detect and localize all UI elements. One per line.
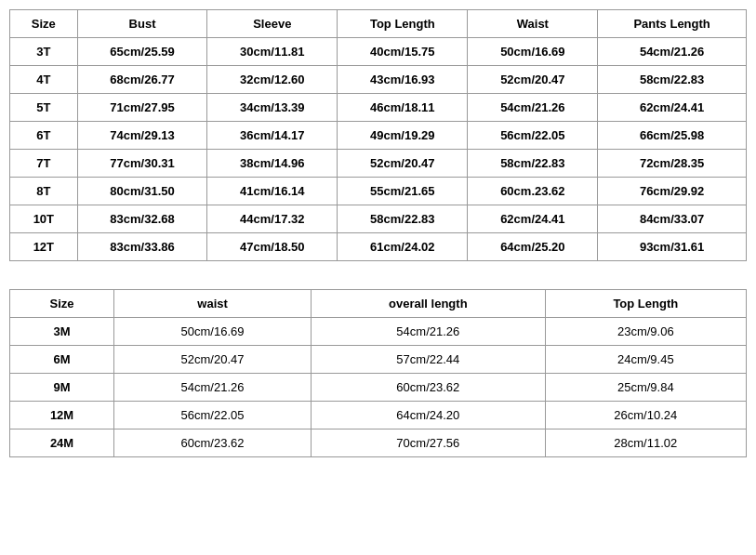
data-cell: 32cm/12.60 <box>207 66 338 94</box>
data-cell: 41cm/16.14 <box>207 178 338 205</box>
size-cell: 24M <box>10 429 114 457</box>
table-row: 7T77cm/30.3138cm/14.9652cm/20.4758cm/22.… <box>10 150 747 178</box>
size-cell: 8T <box>10 178 78 205</box>
data-cell: 36cm/14.17 <box>207 122 338 150</box>
data-cell: 56cm/22.05 <box>114 402 312 429</box>
data-cell: 93cm/31.61 <box>598 233 747 261</box>
data-cell: 54cm/21.26 <box>312 318 546 346</box>
data-cell: 80cm/31.50 <box>77 178 207 205</box>
size-cell: 12T <box>10 233 78 261</box>
data-cell: 58cm/22.83 <box>468 150 598 178</box>
size-table-2: Sizewaistoverall lengthTop Length 3M50cm… <box>9 289 747 457</box>
data-cell: 76cm/29.92 <box>598 178 747 205</box>
table1-header-row: SizeBustSleeveTop LengthWaistPants Lengt… <box>10 10 747 38</box>
table-row: 3T65cm/25.5930cm/11.8140cm/15.7550cm/16.… <box>10 38 747 66</box>
data-cell: 30cm/11.81 <box>207 38 338 66</box>
size-cell: 3M <box>10 318 114 346</box>
table-row: 10T83cm/32.6844cm/17.3258cm/22.8362cm/24… <box>10 205 747 233</box>
data-cell: 66cm/25.98 <box>598 122 747 150</box>
data-cell: 84cm/33.07 <box>598 205 747 233</box>
table-row: 6M52cm/20.4757cm/22.4424cm/9.45 <box>10 346 747 374</box>
table-row: 8T80cm/31.5041cm/16.1455cm/21.6560cm.23.… <box>10 178 747 205</box>
table-row: 12M56cm/22.0564cm/24.2026cm/10.24 <box>10 402 747 429</box>
table-row: 12T83cm/33.8647cm/18.5061cm/24.0264cm/25… <box>10 233 747 261</box>
column-header: Bust <box>77 10 207 38</box>
data-cell: 24cm/9.45 <box>545 346 746 374</box>
table-row: 5T71cm/27.9534cm/13.3946cm/18.1154cm/21.… <box>10 94 747 122</box>
data-cell: 47cm/18.50 <box>207 233 338 261</box>
size-cell: 6M <box>10 346 114 374</box>
table2-container: Sizewaistoverall lengthTop Length 3M50cm… <box>9 289 747 457</box>
data-cell: 62cm/24.41 <box>598 94 747 122</box>
data-cell: 52cm/20.47 <box>468 66 598 94</box>
column-header: Sleeve <box>207 10 338 38</box>
size-cell: 7T <box>10 150 78 178</box>
data-cell: 64cm/25.20 <box>468 233 598 261</box>
size-cell: 3T <box>10 38 78 66</box>
data-cell: 52cm/20.47 <box>338 150 468 178</box>
data-cell: 60cm/23.62 <box>312 374 546 402</box>
table-row: 4T68cm/26.7732cm/12.6043cm/16.9352cm/20.… <box>10 66 747 94</box>
size-cell: 12M <box>10 402 114 429</box>
data-cell: 64cm/24.20 <box>312 402 546 429</box>
data-cell: 68cm/26.77 <box>77 66 207 94</box>
data-cell: 23cm/9.06 <box>545 318 746 346</box>
data-cell: 40cm/15.75 <box>338 38 468 66</box>
column-header: overall length <box>312 290 546 318</box>
column-header: waist <box>114 290 312 318</box>
data-cell: 60cm.23.62 <box>468 178 598 205</box>
data-cell: 38cm/14.96 <box>207 150 338 178</box>
column-header: Waist <box>468 10 598 38</box>
data-cell: 54cm/21.26 <box>468 94 598 122</box>
column-header: Pants Length <box>598 10 747 38</box>
data-cell: 65cm/25.59 <box>77 38 207 66</box>
data-cell: 26cm/10.24 <box>545 402 746 429</box>
data-cell: 58cm/22.83 <box>598 66 747 94</box>
data-cell: 25cm/9.84 <box>545 374 746 402</box>
data-cell: 83cm/32.68 <box>77 205 207 233</box>
data-cell: 55cm/21.65 <box>338 178 468 205</box>
data-cell: 62cm/24.41 <box>468 205 598 233</box>
size-table-1: SizeBustSleeveTop LengthWaistPants Lengt… <box>9 9 747 261</box>
data-cell: 56cm/22.05 <box>468 122 598 150</box>
data-cell: 50cm/16.69 <box>468 38 598 66</box>
column-header: Size <box>10 290 114 318</box>
data-cell: 54cm/21.26 <box>114 374 312 402</box>
table-row: 6T74cm/29.1336cm/14.1749cm/19.2956cm/22.… <box>10 122 747 150</box>
size-cell: 6T <box>10 122 78 150</box>
size-cell: 5T <box>10 94 78 122</box>
data-cell: 49cm/19.29 <box>338 122 468 150</box>
data-cell: 46cm/18.11 <box>338 94 468 122</box>
data-cell: 34cm/13.39 <box>207 94 338 122</box>
data-cell: 50cm/16.69 <box>114 318 312 346</box>
data-cell: 43cm/16.93 <box>338 66 468 94</box>
data-cell: 28cm/11.02 <box>545 429 746 457</box>
data-cell: 60cm/23.62 <box>114 429 312 457</box>
table-row: 3M50cm/16.6954cm/21.2623cm/9.06 <box>10 318 747 346</box>
data-cell: 72cm/28.35 <box>598 150 747 178</box>
data-cell: 57cm/22.44 <box>312 346 546 374</box>
data-cell: 83cm/33.86 <box>77 233 207 261</box>
data-cell: 44cm/17.32 <box>207 205 338 233</box>
column-header: Top Length <box>338 10 468 38</box>
size-cell: 10T <box>10 205 78 233</box>
data-cell: 71cm/27.95 <box>77 94 207 122</box>
table2-header-row: Sizewaistoverall lengthTop Length <box>10 290 747 318</box>
size-cell: 9M <box>10 374 114 402</box>
data-cell: 77cm/30.31 <box>77 150 207 178</box>
column-header: Size <box>10 10 78 38</box>
data-cell: 52cm/20.47 <box>114 346 312 374</box>
data-cell: 61cm/24.02 <box>338 233 468 261</box>
data-cell: 54cm/21.26 <box>598 38 747 66</box>
table1-container: SizeBustSleeveTop LengthWaistPants Lengt… <box>9 9 747 261</box>
data-cell: 74cm/29.13 <box>77 122 207 150</box>
data-cell: 70cm/27.56 <box>312 429 546 457</box>
column-header: Top Length <box>545 290 746 318</box>
table-row: 24M60cm/23.6270cm/27.5628cm/11.02 <box>10 429 747 457</box>
table-row: 9M54cm/21.2660cm/23.6225cm/9.84 <box>10 374 747 402</box>
data-cell: 58cm/22.83 <box>338 205 468 233</box>
size-cell: 4T <box>10 66 78 94</box>
